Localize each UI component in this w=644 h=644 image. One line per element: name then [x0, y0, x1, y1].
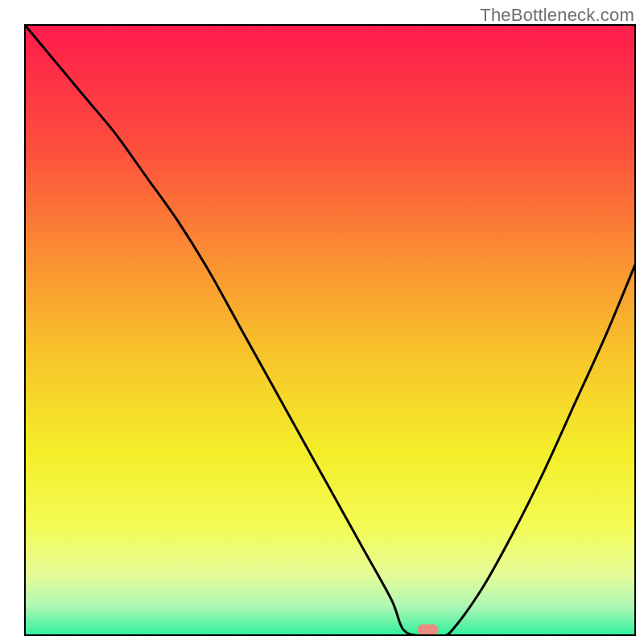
- optimal-marker-icon: [418, 624, 439, 635]
- plot-area: [24, 24, 636, 637]
- chart-container: TheBottleneck.com: [0, 0, 644, 644]
- watermark-text: TheBottleneck.com: [480, 5, 634, 26]
- bottleneck-chart: [0, 0, 644, 644]
- gradient-background: [24, 24, 636, 636]
